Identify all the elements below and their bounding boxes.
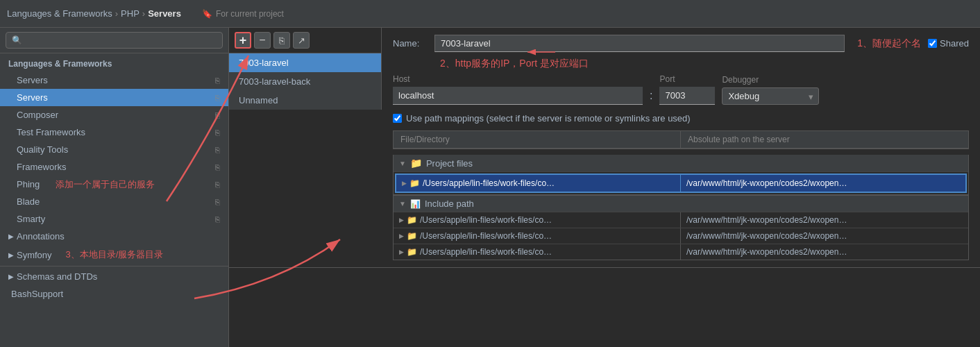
arrow-icon-symfony: ▶ xyxy=(8,251,14,259)
content-area: + − ⎘ ↗ 7003-laravel 7003-laravel-back U… xyxy=(229,28,980,347)
project-file-right-cell: /var/www/html/jk-wxopen/codes2/wxopen… xyxy=(681,175,965,192)
annotation-name: 1、随便起个名 xyxy=(857,37,921,50)
sidebar-item-blade[interactable]: Blade ⎘ xyxy=(0,193,228,210)
annotation-local-dir: 3、本地目录/服务器目录 xyxy=(66,248,164,261)
include-local-2: /Users/apple/lin-files/work-files/co… xyxy=(420,247,552,257)
copy-icon-active: ⎘ xyxy=(215,94,220,102)
include-path-header[interactable]: ▼ 📊 Include path xyxy=(394,195,968,212)
sidebar-group-schemas[interactable]: ▶ Schemas and DTDs xyxy=(0,268,228,285)
project-file-local-path: /Users/apple/lin-files/work-files/co… xyxy=(423,178,555,188)
row-tri-icon: ▶ xyxy=(402,180,407,187)
breadcrumb-item-2[interactable]: PHP xyxy=(121,8,140,19)
remove-server-button[interactable]: − xyxy=(254,32,271,49)
sidebar-item-label-frameworks: Frameworks xyxy=(17,162,67,172)
bookmark-icon: 🔖 xyxy=(202,9,212,19)
copy-icon-phing: ⎘ xyxy=(215,180,220,189)
project-files-section: ▼ 📁 Project files ▶ 📁 /Users/apple/lin-f… xyxy=(393,155,969,195)
name-label: Name: xyxy=(393,38,428,49)
server-list-item-1[interactable]: 7003-laravel-back xyxy=(229,72,381,91)
sidebar-group-label-schemas: Schemas and DTDs xyxy=(17,271,97,282)
sidebar-item-composer[interactable]: Composer ⎘ xyxy=(0,106,228,124)
include-remote-0: /var/www/html/jk-wxopen/codes2/wxopen… xyxy=(686,215,847,225)
top-bar: Languages & Frameworks › PHP › Servers 🔖… xyxy=(0,0,980,28)
sidebar-item-test-frameworks[interactable]: Test Frameworks ⎘ xyxy=(0,124,228,141)
colon-separator: : xyxy=(650,90,652,105)
move-server-button[interactable]: ↗ xyxy=(293,32,310,49)
breadcrumb-sep-2: › xyxy=(142,8,145,19)
sidebar-item-servers[interactable]: Servers ⎘ xyxy=(0,71,228,89)
tri-icon-include: ▼ xyxy=(399,200,406,208)
search-input[interactable] xyxy=(6,32,223,49)
shared-checkbox: Shared xyxy=(928,38,969,49)
arrow-icon-annotations: ▶ xyxy=(8,232,14,240)
include-tri-1: ▶ xyxy=(399,232,404,239)
sidebar-item-servers-active[interactable]: Servers ⎘ xyxy=(0,89,228,106)
project-files-header[interactable]: ▼ 📁 Project files xyxy=(394,155,968,172)
add-server-button[interactable]: + xyxy=(235,32,251,49)
copy-icon-servers: ⎘ xyxy=(215,76,220,85)
host-input[interactable] xyxy=(393,87,643,105)
sidebar-group-symfony[interactable]: ▶ Symfony 3、本地目录/服务器目录 xyxy=(0,245,228,264)
server-form: Name: 1、随便起个名 Shared 2、http服务的IP，Port 是对… xyxy=(382,28,980,267)
sidebar-item-label-phing: Phing xyxy=(17,179,40,189)
shared-checkbox-input[interactable] xyxy=(928,39,937,48)
bar-chart-icon: 📊 xyxy=(410,199,421,209)
include-tri-0: ▶ xyxy=(399,217,404,223)
copy-icon-composer: ⎘ xyxy=(215,111,220,119)
server-list-item-0[interactable]: 7003-laravel xyxy=(229,53,381,72)
host-label: Host xyxy=(393,74,643,84)
folder-icon-project: 📁 xyxy=(410,158,422,169)
col-file-header: File/Directory xyxy=(394,131,681,149)
path-table-header: File/Directory Absolute path on the serv… xyxy=(393,130,969,149)
sidebar: Languages & Frameworks Servers ⎘ Servers… xyxy=(0,28,229,347)
breadcrumb-item-1[interactable]: Languages & Frameworks xyxy=(7,8,112,19)
active-servers-label: Servers xyxy=(17,92,48,103)
server-list-item-2[interactable]: Unnamed xyxy=(229,91,381,110)
annotation-add-service: 添加一个属于自己的服务 xyxy=(56,178,155,191)
project-file-row-selected[interactable]: ▶ 📁 /Users/apple/lin-files/work-files/co… xyxy=(395,174,967,193)
debugger-select[interactable]: Xdebug Zend Debugger xyxy=(722,87,819,105)
include-folder-0: 📁 xyxy=(407,215,417,225)
sidebar-item-label-bashsupport: BashSupport xyxy=(11,289,63,299)
copy-server-button[interactable]: ⎘ xyxy=(273,32,290,49)
include-folder-2: 📁 xyxy=(407,247,417,257)
path-mapping-checkbox-row: Use path mappings (select if the server … xyxy=(393,113,969,124)
port-label: Port xyxy=(659,74,715,84)
include-local-1: /Users/apple/lin-files/work-files/co… xyxy=(420,231,552,241)
project-file-remote-path: /var/www/html/jk-wxopen/codes2/wxopen… xyxy=(686,178,847,188)
main-layout: Languages & Frameworks Servers ⎘ Servers… xyxy=(0,28,980,347)
annotation-http: 2、http服务的IP，Port 是对应端口 xyxy=(440,58,589,69)
include-row-0-left: ▶ 📁 /Users/apple/lin-files/work-files/co… xyxy=(394,212,681,228)
include-row-2: ▶ 📁 /Users/apple/lin-files/work-files/co… xyxy=(394,244,968,260)
path-mapping-checkbox[interactable] xyxy=(393,114,402,123)
port-input[interactable] xyxy=(659,87,715,105)
include-folder-1: 📁 xyxy=(407,231,417,241)
server-toolbar: + − ⎘ ↗ xyxy=(229,28,381,53)
sidebar-item-bashsupport[interactable]: BashSupport xyxy=(0,285,228,303)
debugger-section: Debugger Xdebug Zend Debugger xyxy=(722,75,819,105)
sidebar-item-smarty[interactable]: Smarty ⎘ xyxy=(0,210,228,228)
include-row-0: ▶ 📁 /Users/apple/lin-files/work-files/co… xyxy=(394,212,968,228)
sidebar-item-label-smarty: Smarty xyxy=(17,214,45,224)
debugger-wrapper: Xdebug Zend Debugger xyxy=(722,87,819,105)
sidebar-item-label-composer: Composer xyxy=(17,110,58,120)
sidebar-group-annotations[interactable]: ▶ Annotations xyxy=(0,228,228,245)
name-input[interactable] xyxy=(434,35,845,52)
include-row-0-right: /var/www/html/jk-wxopen/codes2/wxopen… xyxy=(681,212,968,228)
sidebar-item-phing[interactable]: Phing 添加一个属于自己的服务 ⎘ xyxy=(0,176,228,193)
include-path-label: Include path xyxy=(425,198,474,209)
col-absolute-header: Absolute path on the server xyxy=(681,131,968,149)
server-panel-top: + − ⎘ ↗ 7003-laravel 7003-laravel-back U… xyxy=(229,28,980,268)
port-section: Port xyxy=(659,74,715,105)
sidebar-item-frameworks[interactable]: Frameworks ⎘ xyxy=(0,158,228,176)
sidebar-item-quality-tools[interactable]: Quality Tools ⎘ xyxy=(0,141,228,158)
name-row: Name: 1、随便起个名 Shared xyxy=(393,35,969,52)
for-current-project: 🔖 For current project xyxy=(202,9,284,19)
include-remote-1: /var/www/html/jk-wxopen/codes2/wxopen… xyxy=(686,231,847,241)
breadcrumb-item-3[interactable]: Servers xyxy=(148,8,181,19)
sidebar-header: Languages & Frameworks xyxy=(0,53,228,71)
include-row-1: ▶ 📁 /Users/apple/lin-files/work-files/co… xyxy=(394,228,968,244)
breadcrumb-sep-1: › xyxy=(115,8,118,19)
project-files-label: Project files xyxy=(426,158,473,169)
row-folder-icon: 📁 xyxy=(409,178,420,188)
